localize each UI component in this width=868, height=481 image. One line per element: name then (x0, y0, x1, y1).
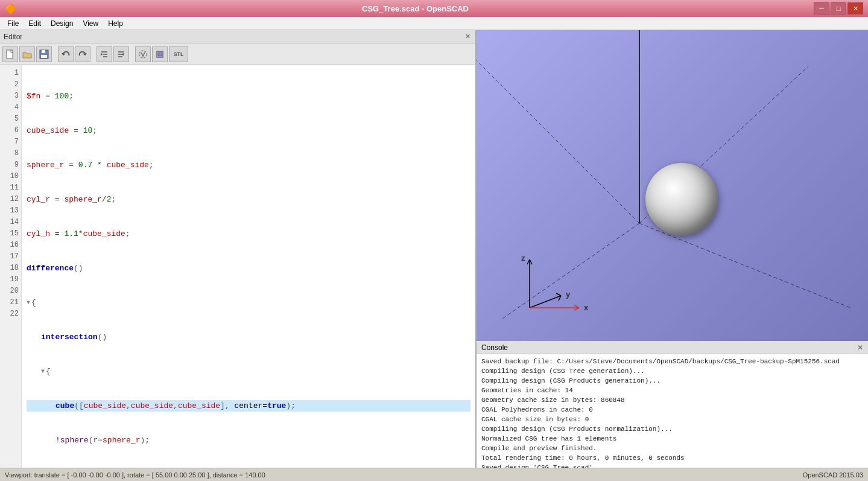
main-layout: Editor ✕ (0, 30, 868, 468)
svg-line-12 (501, 223, 639, 320)
code-line-11: !sphere(r=sphere_r); (27, 435, 470, 446)
console-close-button[interactable]: ✕ (857, 343, 863, 352)
console-line-11: Total rendering time: 0 hours, 0 minutes… (481, 453, 863, 463)
code-area[interactable]: 1 2 3 4 5 6 7 8 9 10 11 12 13 14 15 16 1… (0, 65, 475, 468)
app-version: OpenSCAD 2015.03 (803, 471, 863, 479)
export-stl-button[interactable]: STL (169, 46, 188, 62)
svg-line-13 (639, 223, 851, 308)
close-button[interactable]: ✕ (847, 2, 863, 14)
minimize-button[interactable]: ─ (814, 2, 829, 14)
indent-button[interactable] (97, 46, 112, 62)
svg-line-20 (559, 296, 561, 301)
menu-help[interactable]: Help (103, 18, 128, 29)
editor-toolbar: STL (0, 43, 475, 65)
svg-line-22 (574, 305, 579, 308)
3d-sphere (645, 163, 718, 235)
menu-edit[interactable]: Edit (24, 18, 46, 29)
svg-line-18 (530, 296, 561, 308)
right-panel: z y x (477, 30, 868, 468)
code-line-5: cyl_h = 1.1*cube_side; (27, 228, 470, 240)
console-line-12: Saved design 'CSG_Tree.scad'. (481, 463, 863, 468)
svg-rect-3 (41, 55, 47, 58)
viewport-canvas: z y x (477, 30, 868, 341)
window-controls: ─ □ ✕ (814, 2, 863, 14)
editor-close-button[interactable]: ✕ (463, 33, 472, 41)
titlebar: 🔶 CSG_Tree.scad - OpenSCAD ─ □ ✕ (0, 0, 868, 17)
compile-button[interactable] (135, 46, 151, 62)
console-panel: Console ✕ Saved backup file: C:/Users/St… (477, 341, 868, 468)
undo-button[interactable] (58, 46, 74, 62)
viewport-info: Viewport: translate = [ -0.00 -0.00 -0.0… (5, 471, 265, 479)
z-axis-label: z (521, 253, 525, 263)
console-line-2: Compiling design (CSG Tree generation)..… (481, 366, 863, 376)
console-line-6: CGAL Polyhedrons in cache: 0 (481, 405, 863, 415)
console-line-10: Compile and preview finished. (481, 444, 863, 453)
console-line-1: Saved backup file: C:/Users/Steve/Docume… (481, 357, 863, 366)
editor-panel: Editor ✕ (0, 30, 477, 468)
y-axis-label: y (566, 290, 570, 299)
code-line-2: cube_side = 10; (27, 125, 470, 136)
viewport[interactable]: z y x (477, 30, 868, 341)
x-axis-label: x (584, 303, 588, 312)
unindent-button[interactable] (113, 46, 129, 62)
console-line-8: Compiling design (CSG Products normaliza… (481, 424, 863, 434)
svg-line-19 (556, 293, 561, 296)
console-line-9: Normalized CSG tree has 1 elements (481, 434, 863, 444)
open-button[interactable] (19, 46, 35, 62)
console-content: Saved backup file: C:/Users/Steve/Docume… (477, 354, 868, 468)
svg-rect-2 (42, 50, 45, 53)
console-line-3: Compiling design (CSG Products generatio… (481, 376, 863, 386)
redo-button[interactable] (75, 46, 90, 62)
maximize-button[interactable]: □ (831, 2, 846, 14)
editor-header: Editor ✕ (0, 30, 475, 43)
code-line-3: sphere_r = 0.7 * cube_side; (27, 159, 470, 171)
preview-button[interactable] (152, 46, 168, 62)
menu-view[interactable]: View (78, 18, 103, 29)
menu-file[interactable]: File (2, 18, 24, 29)
code-editor[interactable]: $fn = 100; cube_side = 10; sphere_r = 0.… (22, 65, 475, 468)
save-button[interactable] (36, 46, 52, 62)
statusbar: Viewport: translate = [ -0.00 -0.00 -0.0… (0, 468, 868, 481)
svg-line-11 (477, 60, 639, 223)
code-line-10: cube([cube_side,cube_side,cube_side], ce… (27, 400, 470, 412)
console-header: Console ✕ (477, 341, 868, 354)
window-title: CSG_Tree.scad - OpenSCAD (362, 4, 469, 13)
code-line-6: difference() (27, 263, 470, 274)
code-line-9: ▼{ (27, 366, 470, 377)
svg-line-16 (527, 260, 530, 264)
svg-line-23 (574, 308, 579, 310)
code-line-7: ▼{ (27, 297, 470, 308)
console-line-5: Geometry cache size in bytes: 860848 (481, 395, 863, 405)
menu-design[interactable]: Design (46, 18, 78, 29)
console-line-7: CGAL cache size in bytes: 0 (481, 415, 863, 424)
editor-title: Editor (4, 33, 22, 41)
svg-line-17 (530, 260, 532, 264)
app-icon: 🔶 (5, 3, 17, 14)
console-title: Console (481, 343, 508, 352)
console-line-4: Geometries in cache: 14 (481, 386, 863, 395)
new-button[interactable] (2, 46, 18, 62)
code-line-8: intersection() (27, 331, 470, 343)
menubar: File Edit Design View Help (0, 17, 868, 30)
svg-rect-0 (7, 50, 13, 59)
line-numbers: 1 2 3 4 5 6 7 8 9 10 11 12 13 14 15 16 1… (0, 65, 22, 468)
code-line-4: cyl_r = sphere_r/2; (27, 194, 470, 205)
code-line-1: $fn = 100; (27, 91, 470, 102)
